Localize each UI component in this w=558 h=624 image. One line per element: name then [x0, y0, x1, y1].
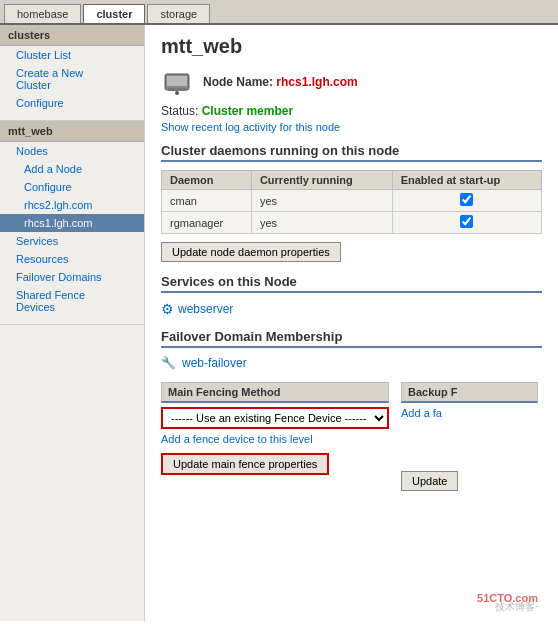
sidebar-item-failover-domains[interactable]: Failover Domains [0, 268, 144, 286]
failover-link[interactable]: web-failover [182, 356, 247, 370]
tab-bar: homebase cluster storage [0, 0, 558, 25]
log-link[interactable]: Show recent log activity for this node [161, 121, 542, 133]
daemon-name-rgmanager: rgmanager [162, 212, 252, 234]
sidebar-title-clusters: clusters [0, 25, 144, 46]
status-label: Status: [161, 104, 198, 118]
status-value: Cluster member [202, 104, 293, 118]
sidebar-item-add-node[interactable]: Add a Node [0, 160, 144, 178]
sidebar-item-nodes[interactable]: Nodes [0, 142, 144, 160]
update-fence-backup-btn[interactable]: Update [401, 471, 458, 491]
add-fence-link[interactable]: Add a fence device to this level [161, 433, 389, 445]
node-info: Node Name: rhcs1.lgh.com [161, 66, 542, 98]
update-fence-btn[interactable]: Update main fence properties [161, 453, 329, 475]
table-row: rgmanager yes [162, 212, 542, 234]
fencing-backup-title: Backup F [401, 382, 538, 403]
failover-icon: 🔧 [161, 356, 176, 370]
node-name-label: Node Name: [203, 75, 273, 89]
sidebar-item-cluster-list[interactable]: Cluster List [0, 46, 144, 64]
fence-select-wrap: ------ Use an existing Fence Device ----… [161, 407, 389, 429]
svg-point-3 [175, 91, 179, 95]
services-section-title: Services on this Node [161, 274, 542, 293]
sidebar-section-clusters: clusters Cluster List Create a NewCluste… [0, 25, 144, 121]
failover-section-title: Failover Domain Membership [161, 329, 542, 348]
svg-rect-2 [168, 88, 186, 91]
service-icon: ⚙ [161, 301, 174, 317]
fencing-table: Main Fencing Method ------ Use an existi… [161, 382, 542, 503]
service-label: webserver [178, 302, 233, 316]
add-fence-backup-link[interactable]: Add a fa [401, 407, 538, 419]
fencing-col-backup: Backup F Add a fa Update [393, 382, 542, 503]
sidebar-item-resources[interactable]: Resources [0, 250, 144, 268]
sidebar-item-rhcs1[interactable]: rhcs1.lgh.com [0, 214, 144, 232]
update-daemon-btn[interactable]: Update node daemon properties [161, 242, 341, 262]
svg-rect-1 [167, 76, 187, 86]
daemon-col-header: Daemon [162, 171, 252, 190]
sidebar-item-configure-mtt[interactable]: Configure [0, 178, 144, 196]
sidebar-section-mtt-web: mtt_web Nodes Add a Node Configure rhcs2… [0, 121, 144, 325]
daemon-enabled-cman[interactable] [392, 190, 541, 212]
rgmanager-enabled-checkbox[interactable] [460, 215, 473, 228]
sidebar-item-shared-fence[interactable]: Shared FenceDevices [0, 286, 144, 316]
tab-storage[interactable]: storage [147, 4, 210, 23]
tab-cluster[interactable]: cluster [83, 4, 145, 23]
running-col-header: Currently running [251, 171, 392, 190]
node-name-info: Node Name: rhcs1.lgh.com [203, 75, 358, 89]
daemon-table: Daemon Currently running Enabled at star… [161, 170, 542, 234]
fence-select-container: ------ Use an existing Fence Device ----… [161, 407, 389, 433]
sidebar-title-mtt-web: mtt_web [0, 121, 144, 142]
daemon-enabled-rgmanager[interactable] [392, 212, 541, 234]
tab-homebase[interactable]: homebase [4, 4, 81, 23]
sidebar-item-services[interactable]: Services [0, 232, 144, 250]
daemon-name-cman: cman [162, 190, 252, 212]
fence-device-select[interactable]: ------ Use an existing Fence Device ----… [163, 409, 387, 427]
sidebar: clusters Cluster List Create a NewCluste… [0, 25, 145, 621]
status-line: Status: Cluster member [161, 104, 542, 118]
sidebar-item-configure-clusters[interactable]: Configure [0, 94, 144, 112]
daemon-running-rgmanager: yes [251, 212, 392, 234]
watermark2: 技术博客· [495, 600, 538, 614]
daemon-running-cman: yes [251, 190, 392, 212]
sidebar-item-rhcs2[interactable]: rhcs2.lgh.com [0, 196, 144, 214]
content-area: mtt_web Node Name: rhcs1.lgh.com Status:… [145, 25, 558, 621]
node-icon [161, 66, 193, 98]
node-name-value: rhcs1.lgh.com [276, 75, 357, 89]
main-layout: clusters Cluster List Create a NewCluste… [0, 25, 558, 621]
fencing-col-main: Main Fencing Method ------ Use an existi… [161, 382, 393, 503]
daemons-section-title: Cluster daemons running on this node [161, 143, 542, 162]
table-row: cman yes [162, 190, 542, 212]
page-title: mtt_web [161, 35, 542, 58]
cman-enabled-checkbox[interactable] [460, 193, 473, 206]
failover-item: 🔧 web-failover [161, 356, 542, 370]
service-link-webserver[interactable]: ⚙ webserver [161, 301, 542, 317]
sidebar-item-create-cluster[interactable]: Create a NewCluster [0, 64, 144, 94]
fencing-main-title: Main Fencing Method [161, 382, 389, 403]
enabled-col-header: Enabled at start-up [392, 171, 541, 190]
